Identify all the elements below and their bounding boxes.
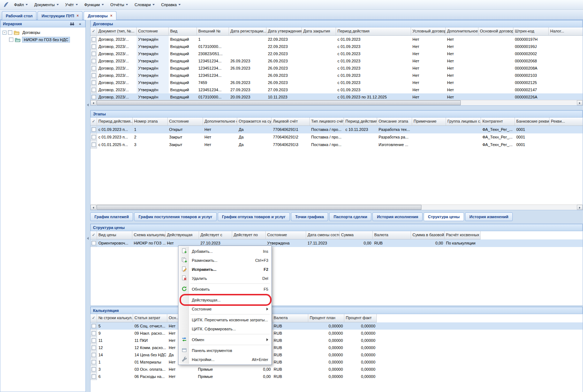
close-tab-icon[interactable]: × <box>110 14 112 18</box>
column-header-дата-смены-состо[interactable]: Дата смены состо... <box>306 231 340 239</box>
row-checkbox[interactable] <box>92 73 96 78</box>
column-header-сумма-в-базовой-в[interactable]: Сумма в базовой в <box>411 231 445 239</box>
table-row[interactable]: Договор, 2023/...УтверждёнВходящий123451… <box>90 86 583 93</box>
scroll-left-arrow-icon[interactable] <box>90 100 96 105</box>
collapse-left-arrow-icon[interactable] <box>87 237 89 240</box>
row-checkbox[interactable] <box>92 367 96 371</box>
menu-item-цитк-пересчитать-косвенные-затраты[interactable]: ЦИТК. Пересчитать косвенные затраты... <box>179 315 271 324</box>
tree-checkbox[interactable] <box>9 38 13 42</box>
row-checkbox[interactable] <box>92 52 96 56</box>
tab-инструкции-пуп[interactable]: Инструкции ПУП× <box>37 11 83 20</box>
column-header-вид-цены[interactable]: Вид цены <box>97 231 132 239</box>
column-header-период-действия[interactable]: Период действия <box>336 27 411 36</box>
table-row[interactable]: 909 Накл. расхо...НетRUB0,000000,00000 <box>90 330 583 337</box>
row-checkbox[interactable] <box>92 353 96 357</box>
table-row[interactable]: Договор, 2023/...УтверждёнВходящий123451… <box>90 72 583 79</box>
column-header-контрагент[interactable]: Контрагент <box>481 118 515 126</box>
find-icon[interactable] <box>69 21 75 26</box>
menubar-item-функции[interactable]: Функции <box>81 0 107 9</box>
column-header-действует-по[interactable]: Действует по <box>232 231 266 239</box>
column-header-период-действия-л[interactable]: Период действия л <box>344 118 377 126</box>
column-header-процент-факт[interactable]: Процент факт <box>344 314 377 322</box>
scroll-right-arrow-icon[interactable] <box>577 100 583 105</box>
subtab-история-исполнения[interactable]: История исполнения <box>372 212 423 221</box>
menu-item-добавить[interactable]: Добавить...Ins <box>179 247 271 256</box>
column-header-описание-этапа[interactable]: Описание этапа <box>377 118 412 126</box>
column-header-группа-лицевых-с[interactable]: Группа лицевых с... <box>446 118 481 126</box>
column-header-расчёт-косвенных[interactable]: Расчёт косвенных <box>445 231 481 239</box>
tree-checkbox[interactable] <box>8 30 12 35</box>
contracts-hscrollbar[interactable] <box>90 100 583 105</box>
menu-item-действующая[interactable]: Действующая... <box>179 295 271 304</box>
column-header-основной-договор[interactable]: Основной договор <box>478 27 513 36</box>
table-row[interactable]: с 01.09.2023 п...1ОткрытНетДа7706406291\… <box>90 126 583 133</box>
column-header-номер-этапа[interactable]: Номер этапа <box>133 118 168 126</box>
menubar-item-словари[interactable]: Словари <box>131 0 158 9</box>
table-row[interactable]: с 01.09.2023 п...2ЗакрытНетДа7706406291\… <box>90 133 583 141</box>
table-row[interactable]: 1212 Комм. расхо...НетRUB0,000000,00000 <box>90 344 583 351</box>
table-row[interactable]: 1414 Цена без НДСДаRUB0,000000,00000 <box>90 351 583 358</box>
table-row[interactable]: Договор, 2023/...УтверждёнВходящий123451… <box>90 57 583 65</box>
column-header-состояние[interactable]: Состояние <box>137 27 169 36</box>
table-row[interactable]: Договор, 2023/...УтверждёнВходящий017310… <box>90 43 583 50</box>
column-header-валюта[interactable]: Валюта <box>373 231 411 239</box>
tab-рабочий-стол[interactable]: Рабочий стол <box>2 11 36 20</box>
column-header-состояние[interactable]: Состояние <box>266 231 306 239</box>
menu-item-размножить[interactable]: Размножить...Ctrl+F3 <box>179 256 271 265</box>
column-header-валюта[interactable]: Валюта <box>272 314 308 322</box>
column-header-тип-лицевого-счёт[interactable]: Тип лицевого счёт <box>310 118 344 126</box>
column-header-дополнительное-с[interactable]: Дополнительное с <box>203 118 237 126</box>
row-checkbox[interactable] <box>92 338 96 343</box>
table-row[interactable]: с 01.01.2025 п...3ЗакрытНетДа7706406291\… <box>90 141 583 149</box>
row-checkbox[interactable] <box>92 59 96 63</box>
menubar-item-справка[interactable]: Справка <box>158 0 184 9</box>
collapse-left-arrow-icon[interactable] <box>87 103 89 106</box>
column-header-процент-план[interactable]: Процент план <box>308 314 344 322</box>
menu-item-обмен[interactable]: Обмен <box>179 335 271 344</box>
menu-item-удалить[interactable]: УдалитьDel <box>179 274 271 283</box>
menubar-item-документы[interactable]: Документы <box>31 0 62 9</box>
column-header-строки-калькул[interactable]: № строки калькул... <box>97 314 133 322</box>
table-row[interactable]: Договор, 2023/...УтверждёнВходящий017310… <box>90 93 583 101</box>
row-checkbox[interactable] <box>92 241 96 245</box>
menu-item-панель-инструментов[interactable]: Панель инструментов <box>179 346 271 355</box>
table-row[interactable]: 101 МатериалыНетПрямые0,00RUB0,000000,00… <box>90 358 583 366</box>
table-row[interactable]: Ориентировоч...НИОКР по ГОЗ ...Нет27.10.… <box>90 239 583 247</box>
column-header-условный-договор[interactable]: Условный договор <box>411 27 446 36</box>
tree-node-договоры[interactable]: -Договоры <box>1 29 43 36</box>
table-row[interactable]: Договор, 2023/...УтверждёнВходящий230823… <box>90 50 583 57</box>
table-row[interactable]: Договор, 2023/...УтверждёнВходящий122.09… <box>90 36 583 43</box>
row-checkbox[interactable] <box>92 66 96 70</box>
table-row[interactable]: 606 Расходы на...НетПрямые0,00RUB0,00000… <box>90 373 583 380</box>
subtab-паспорта-сделки[interactable]: Паспорта сделки <box>329 212 371 221</box>
column-header-штрих-код[interactable]: Штрих-код <box>513 27 549 36</box>
column-header-вид[interactable]: Вид <box>169 27 197 36</box>
row-checkbox[interactable] <box>92 80 96 85</box>
row-checkbox[interactable] <box>92 37 96 41</box>
column-header-сумма[interactable]: Сумма <box>340 231 373 239</box>
column-header-период-действия[interactable]: Период действия... <box>97 118 133 126</box>
subtab-структура-цены[interactable]: Структура цены <box>424 212 464 221</box>
select-all-checkbox-header[interactable]: ✓ <box>90 314 97 322</box>
scroll-thumb[interactable] <box>97 100 461 105</box>
row-checkbox[interactable] <box>92 95 96 99</box>
row-checkbox[interactable] <box>92 360 96 364</box>
menu-item-обновить[interactable]: ОбновитьF5 <box>179 285 271 294</box>
select-all-checkbox-header[interactable]: ✓ <box>90 231 97 239</box>
close-tab-icon[interactable]: × <box>77 14 79 18</box>
column-header-дата-регистрации[interactable]: Дата регистрации... <box>229 27 266 36</box>
scroll-left-arrow-icon[interactable] <box>90 205 96 210</box>
table-row[interactable]: Договор, 2023/...УтверждёнВходящий745926… <box>90 79 583 86</box>
column-header-дата-закрытия[interactable]: Дата закрытия <box>302 27 336 36</box>
tab-договоры[interactable]: Договоры× <box>84 11 116 20</box>
menubar-item-отчёты[interactable]: Отчёты <box>107 0 131 9</box>
scroll-thumb[interactable] <box>97 205 421 210</box>
table-row[interactable]: 505 Соц. отчисл...НетRUB0,000000,00000 <box>90 322 583 330</box>
subtab-точки-графика[interactable]: Точки графика <box>291 212 328 221</box>
scroll-right-arrow-icon[interactable] <box>577 205 583 210</box>
column-header-состояние[interactable]: Состояние <box>168 118 203 126</box>
menubar-item-учёт[interactable]: Учёт <box>62 0 81 9</box>
select-all-checkbox-header[interactable]: ✓ <box>90 27 97 36</box>
row-checkbox[interactable] <box>92 127 96 132</box>
select-all-checkbox-header[interactable]: ✓ <box>90 118 97 126</box>
